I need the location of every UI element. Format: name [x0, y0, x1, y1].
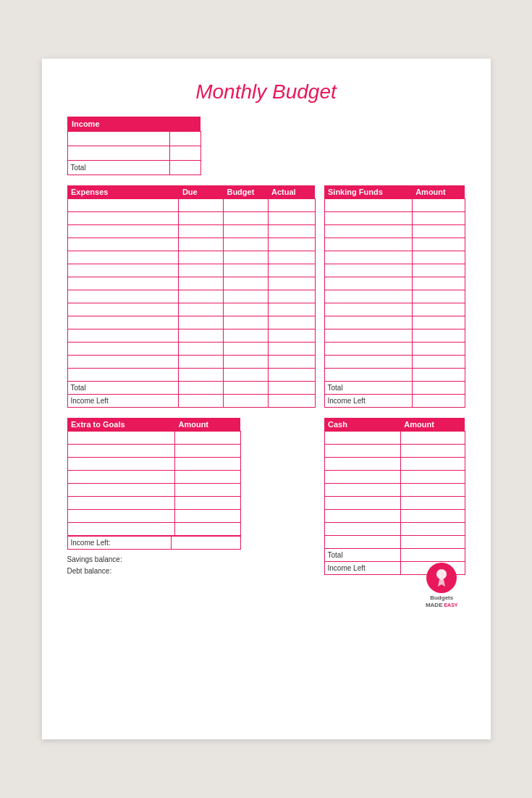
cash-row: [324, 536, 465, 549]
sinking-col-amount: Amount: [412, 185, 465, 199]
income-section: Income Total: [67, 117, 465, 175]
expenses-row: [67, 212, 315, 225]
sinking-row: [324, 225, 465, 238]
sinking-row: [324, 212, 465, 225]
main-grid: Expenses Due Budget Actual TotalIncome L…: [67, 185, 465, 408]
goals-row: [67, 458, 240, 471]
expenses-row: [67, 369, 315, 382]
bottom-grid: Extra to Goals Amount Income Left: Savin…: [67, 418, 465, 577]
extra-goals-section: Extra to Goals Amount Income Left: Savin…: [67, 418, 241, 577]
goals-row: [67, 523, 240, 536]
expenses-income-left-row: Income Left: [67, 395, 315, 408]
cash-row: [324, 432, 465, 445]
expenses-col-name: Expenses: [67, 185, 179, 199]
goals-income-left-label: Income Left:: [67, 537, 171, 550]
expenses-col-budget: Budget: [223, 185, 268, 199]
expenses-row: [67, 199, 315, 212]
expenses-row: [67, 277, 315, 290]
sinking-row: [324, 264, 465, 277]
expenses-row: [67, 238, 315, 251]
goals-row: [67, 432, 240, 445]
cash-col-name: Cash: [324, 418, 400, 432]
page-title: Monthly Budget: [67, 80, 465, 104]
goals-row: [67, 497, 240, 510]
expenses-section: Expenses Due Budget Actual TotalIncome L…: [67, 185, 316, 408]
expenses-row: [67, 316, 315, 329]
goals-row: [67, 445, 240, 458]
expenses-row: [67, 225, 315, 238]
cash-row: [324, 497, 465, 510]
goals-income-left-row: Income Left:: [67, 537, 240, 550]
cash-col-amount: Amount: [400, 418, 465, 432]
sinking-row: [324, 277, 465, 290]
sinking-total-row: Total: [324, 382, 465, 395]
sinking-row: [324, 303, 465, 316]
expenses-row: [67, 303, 315, 316]
sinking-row: [324, 316, 465, 329]
sinking-row: [324, 343, 465, 356]
logo-circle: [426, 563, 457, 593]
expenses-col-due: Due: [179, 185, 224, 199]
cash-section: Cash Amount TotalIncome Left: [324, 418, 465, 577]
goals-col-amount: Amount: [174, 418, 240, 432]
logo-icon: [433, 568, 450, 588]
goals-col-name: Extra to Goals: [67, 418, 174, 432]
sinking-row: [324, 329, 465, 343]
expenses-col-actual: Actual: [268, 185, 315, 199]
expenses-row: [67, 343, 315, 356]
sinking-row: [324, 199, 465, 212]
sinking-row: [324, 356, 465, 369]
income-row-1: [67, 132, 200, 146]
savings-debt-section: Savings balance: Debt balance:: [67, 554, 241, 577]
expenses-row: [67, 290, 315, 303]
logo: Budgets MADE EASY: [426, 563, 458, 610]
expenses-row: [67, 251, 315, 264]
savings-balance-label: Savings balance:: [67, 554, 241, 566]
income-table: Income Total: [67, 117, 201, 175]
expenses-table: Expenses Due Budget Actual TotalIncome L…: [67, 185, 316, 408]
expenses-row: [67, 329, 315, 343]
cash-row: [324, 523, 465, 536]
goals-row: [67, 484, 240, 497]
cash-row: [324, 484, 465, 497]
cash-total-row: Total: [324, 549, 465, 562]
cash-row: [324, 471, 465, 484]
income-total-row: Total: [67, 161, 200, 175]
goals-footer-table: Income Left:: [67, 536, 241, 550]
sinking-income-left-row: Income Left: [324, 395, 465, 408]
cash-table: Cash Amount TotalIncome Left: [324, 418, 465, 575]
sinking-row: [324, 238, 465, 251]
expenses-total-row: Total: [67, 382, 315, 395]
budget-page: Monthly Budget Income Total: [42, 59, 491, 739]
sinking-funds-section: Sinking Funds Amount TotalIncome Left: [324, 185, 465, 408]
cash-row: [324, 458, 465, 471]
sinking-row: [324, 290, 465, 303]
expenses-row: [67, 264, 315, 277]
logo-text: Budgets MADE EASY: [426, 595, 458, 610]
sinking-row: [324, 369, 465, 382]
extra-goals-table: Extra to Goals Amount: [67, 418, 241, 536]
expenses-row: [67, 356, 315, 369]
sinking-funds-table: Sinking Funds Amount TotalIncome Left: [324, 185, 465, 408]
goals-row: [67, 510, 240, 523]
cash-row: [324, 510, 465, 523]
goals-row: [67, 471, 240, 484]
cash-row: [324, 445, 465, 458]
debt-balance-label: Debt balance:: [67, 566, 241, 577]
sinking-row: [324, 251, 465, 264]
sinking-col-name: Sinking Funds: [324, 185, 412, 199]
income-header: Income: [67, 117, 200, 132]
income-row-2: [67, 146, 200, 161]
